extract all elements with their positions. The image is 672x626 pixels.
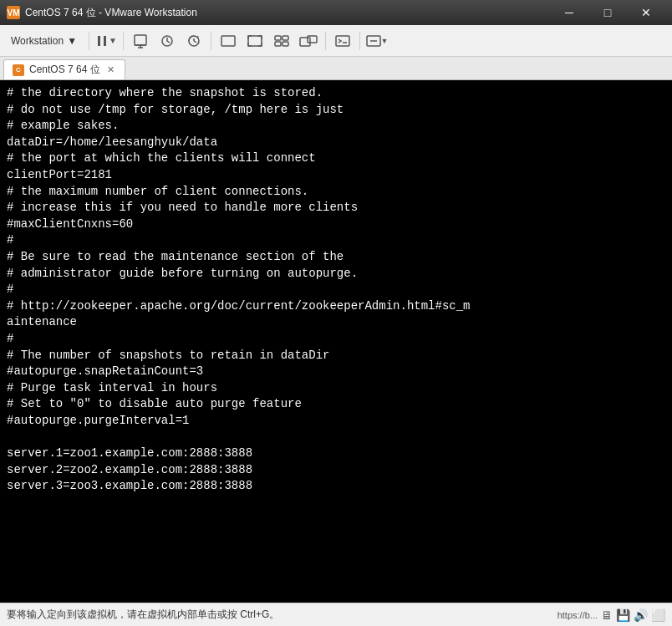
settings-button[interactable]: ▼	[364, 28, 389, 53]
normal-view-button[interactable]	[216, 28, 241, 53]
unity-button[interactable]	[269, 28, 294, 53]
svg-rect-2	[135, 35, 146, 45]
close-button[interactable]: ✕	[627, 0, 665, 25]
toolbar-separator-2	[123, 32, 124, 50]
centos-tab[interactable]: C CentOS 7 64 位 ✕	[3, 59, 125, 79]
window-title: CentOS 7 64 位 - VMware Workstation	[25, 6, 550, 20]
maximize-button[interactable]: □	[588, 0, 627, 25]
vm-settings-button[interactable]	[128, 28, 153, 53]
usb-icon: 💾	[616, 608, 630, 622]
toolbar-separator-5	[359, 32, 360, 50]
status-bar: 要将输入定向到该虚拟机，请在虚拟机内部单击或按 Ctrl+G。 https://…	[0, 603, 672, 626]
window-icon: VM	[7, 6, 20, 19]
svg-rect-16	[300, 38, 310, 46]
toolbar-separator-3	[211, 32, 211, 50]
status-text: 要将输入定向到该虚拟机，请在虚拟机内部单击或按 Ctrl+G。	[7, 608, 551, 622]
toolbar: Workstation ▼ ▼	[0, 25, 672, 57]
svg-rect-13	[283, 36, 288, 40]
svg-rect-18	[336, 36, 349, 46]
toolbar-separator-4	[325, 32, 326, 50]
network-icon: 🖥	[601, 608, 613, 622]
sound-icon: 🔊	[634, 608, 648, 622]
terminal-content[interactable]: # the directory where the snapshot is st…	[0, 80, 672, 603]
snapshot-manager-button[interactable]	[181, 28, 206, 53]
minimize-button[interactable]: ─	[550, 0, 588, 25]
pause-arrow: ▼	[109, 36, 117, 45]
svg-line-9	[194, 41, 196, 43]
settings-arrow: ▼	[381, 37, 389, 45]
svg-rect-12	[275, 36, 281, 40]
tab-bar: C CentOS 7 64 位 ✕	[0, 57, 672, 80]
status-right-area: https://b... 🖥 💾 🔊 ⬜	[557, 608, 665, 622]
svg-rect-1	[104, 36, 106, 46]
svg-rect-0	[98, 36, 100, 46]
console-button[interactable]	[330, 28, 355, 53]
svg-rect-15	[283, 42, 288, 46]
svg-rect-10	[221, 36, 235, 46]
fullscreen-button[interactable]	[242, 28, 267, 53]
svg-rect-14	[275, 42, 281, 46]
multi-monitor-button[interactable]	[296, 28, 321, 53]
tab-vm-icon: C	[13, 64, 24, 76]
workstation-menu[interactable]: Workstation ▼	[3, 28, 84, 53]
tab-close-button[interactable]: ✕	[105, 64, 116, 76]
svg-rect-17	[308, 36, 317, 43]
toolbar-separator-1	[89, 32, 89, 50]
svg-rect-11	[248, 36, 262, 46]
window-controls: ─ □ ✕	[550, 0, 665, 25]
snapshot-button[interactable]	[155, 28, 180, 53]
tab-label: CentOS 7 64 位	[29, 63, 100, 77]
workstation-label: Workstation	[11, 35, 64, 47]
dropdown-arrow: ▼	[67, 35, 77, 47]
title-bar: VM CentOS 7 64 位 - VMware Workstation ─ …	[0, 0, 672, 25]
pause-button[interactable]: ▼	[94, 28, 119, 53]
url-hint: https://b...	[557, 610, 598, 620]
maximize-icon: ⬜	[651, 608, 665, 622]
